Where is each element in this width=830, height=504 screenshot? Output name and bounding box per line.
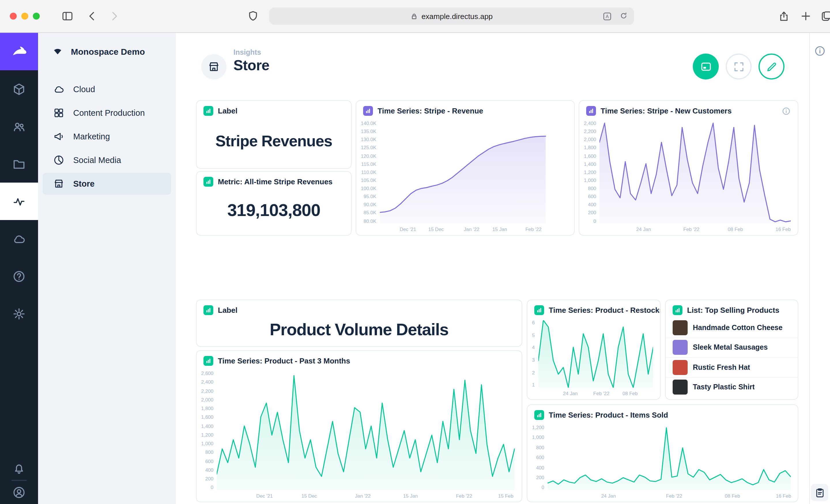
notifications-bell-icon[interactable] <box>12 461 26 475</box>
time-series-icon <box>586 106 596 116</box>
x-axis: 24 JanFeb '2208 Feb <box>538 388 653 397</box>
panel-title: Time Series: Product - Restocks <box>549 306 661 314</box>
list-panel-icon <box>673 305 682 315</box>
sidebar-item-cloud[interactable]: Cloud <box>43 78 171 100</box>
panel-label-product: Label Product Volume Details <box>196 300 522 347</box>
module-item-content[interactable] <box>0 70 38 108</box>
panel-header: Time Series: Stripe - New Customers <box>579 101 798 119</box>
panel-stripe-revenue: Time Series: Stripe - Revenue 140.0K135.… <box>356 100 575 236</box>
dashboards-nav: Cloud Content Production Marketing Socia… <box>38 70 176 195</box>
url-field[interactable]: example.directus.app <box>269 7 634 25</box>
right-sidebar-strip <box>809 32 830 504</box>
time-series-icon <box>203 356 213 366</box>
sidebar-toggle-icon[interactable] <box>61 10 74 23</box>
sidebar-item-label: Marketing <box>73 132 110 141</box>
stripe-revenue-chart: 140.0K135.0K130.0K125.0K120.0K115.0K110.… <box>356 119 574 235</box>
panel-title: Metric: All-time Stripe Revenues <box>218 177 332 186</box>
list-item[interactable]: Handmade Cotton Cheese <box>666 318 798 337</box>
grid-icon <box>53 107 65 119</box>
panel-header: Time Series: Stripe - Revenue <box>356 101 574 119</box>
screen: example.directus.app Monospa <box>0 0 830 504</box>
url-text: example.directus.app <box>421 12 492 21</box>
panel-top-selling-products: List: Top Selling Products Handmade Cott… <box>665 300 798 400</box>
metric-panel-icon <box>203 177 213 187</box>
header-actions <box>693 54 785 79</box>
user-avatar[interactable] <box>12 485 26 499</box>
main-content: Insights Store Label Stripe Revenues Met… <box>176 32 810 504</box>
minimize-window-button[interactable] <box>21 13 28 20</box>
directus-logo[interactable] <box>0 32 38 70</box>
close-window-button[interactable] <box>10 13 17 20</box>
label-panel-icon <box>203 305 213 315</box>
info-sidebar-button[interactable] <box>814 45 826 57</box>
y-axis: 140.0K135.0K130.0K125.0K120.0K115.0K110.… <box>360 121 380 233</box>
project-sidebar: Monospace Demo Cloud Content Production … <box>38 32 176 504</box>
label-panel-icon <box>203 106 213 116</box>
share-button[interactable] <box>777 10 790 23</box>
list-item[interactable]: Rustic Fresh Hat <box>666 357 798 377</box>
sidebar-item-content-production[interactable]: Content Production <box>43 102 171 124</box>
tab-overview-button[interactable] <box>820 10 830 23</box>
sidebar-item-social-media[interactable]: Social Media <box>43 149 171 171</box>
back-button[interactable] <box>86 10 99 23</box>
product-name: Handmade Cotton Cheese <box>693 324 783 332</box>
panel-title: Label <box>218 306 237 314</box>
window-controls <box>10 13 40 20</box>
product-thumbnail <box>673 340 688 355</box>
new-tab-button[interactable] <box>799 10 812 23</box>
module-item-cloud[interactable] <box>0 220 38 258</box>
translate-icon[interactable] <box>602 11 612 21</box>
panel-label-stripe: Label Stripe Revenues <box>196 100 352 169</box>
present-button[interactable] <box>693 54 719 79</box>
module-item-insights[interactable] <box>0 182 38 220</box>
panel-header: Label <box>196 300 522 318</box>
product-name: Sleek Metal Sausages <box>693 344 768 351</box>
sidebar-item-label: Content Production <box>73 108 145 117</box>
list-item[interactable]: Tasty Plastic Shirt <box>666 377 798 397</box>
x-axis: Dec '2115 DecJan '2215 JanFeb '22 <box>380 224 567 233</box>
product-past3-chart: 2,6002,4002,2002,0001,8001,6001,4001,200… <box>196 369 522 502</box>
reload-icon[interactable] <box>619 11 628 21</box>
sidebar-item-store[interactable]: Store <box>43 173 171 195</box>
panel-metric-stripe: Metric: All-time Stripe Revenues 319,103… <box>196 171 352 236</box>
megaphone-icon <box>53 131 65 142</box>
chart-plot <box>217 371 515 490</box>
time-series-icon <box>534 410 544 420</box>
chart-plot <box>548 425 791 490</box>
project-header[interactable]: Monospace Demo <box>38 32 176 70</box>
module-item-help[interactable] <box>0 258 38 295</box>
list-item[interactable]: Sleek Metal Sausages <box>666 337 798 357</box>
page-title: Store <box>233 57 269 74</box>
zoom-window-button[interactable] <box>33 13 40 20</box>
module-item-settings[interactable] <box>0 295 38 332</box>
browser-toolbar: example.directus.app <box>0 0 830 33</box>
edit-button[interactable] <box>759 54 785 79</box>
time-series-icon <box>363 106 373 116</box>
stripe-customers-chart: 2,4002,2002,0001,8001,6001,4001,2001,000… <box>579 119 798 235</box>
module-item-users[interactable] <box>0 108 38 145</box>
panel-title: Time Series: Stripe - New Customers <box>601 107 732 115</box>
y-axis: 2,4002,2002,0001,8001,6001,4001,2001,000… <box>583 121 600 233</box>
module-bar <box>0 32 38 504</box>
activity-drawer-button[interactable] <box>811 484 828 501</box>
sidebar-item-label: Store <box>73 179 95 188</box>
sidebar-item-label: Social Media <box>73 156 121 165</box>
forward-button[interactable] <box>108 10 121 23</box>
info-icon[interactable] <box>781 106 791 115</box>
sidebar-item-marketing[interactable]: Marketing <box>43 126 171 147</box>
module-bar-bottom <box>0 461 38 504</box>
x-axis: 24 JanFeb '2208 Feb16 Feb <box>600 224 791 233</box>
panel-product-items-sold: Time Series: Product - Items Sold 1,2001… <box>527 404 798 502</box>
x-axis: Dec '2115 DecJan '2215 JanFeb '2215 Feb <box>217 490 515 499</box>
panel-header: Time Series: Product - Past 3 Months <box>196 351 522 369</box>
panel-header: Time Series: Product - Restocks <box>528 300 660 318</box>
panel-header: Metric: All-time Stripe Revenues <box>196 172 351 190</box>
breadcrumb[interactable]: Insights <box>233 48 261 57</box>
cloud-icon <box>53 83 65 95</box>
module-item-files[interactable] <box>0 145 38 182</box>
privacy-shield-icon[interactable] <box>247 10 259 23</box>
fullscreen-button[interactable] <box>726 54 752 79</box>
project-wifi-icon <box>52 45 63 57</box>
panel-title: Time Series: Product - Past 3 Months <box>218 357 350 365</box>
chart-plot <box>538 320 653 388</box>
